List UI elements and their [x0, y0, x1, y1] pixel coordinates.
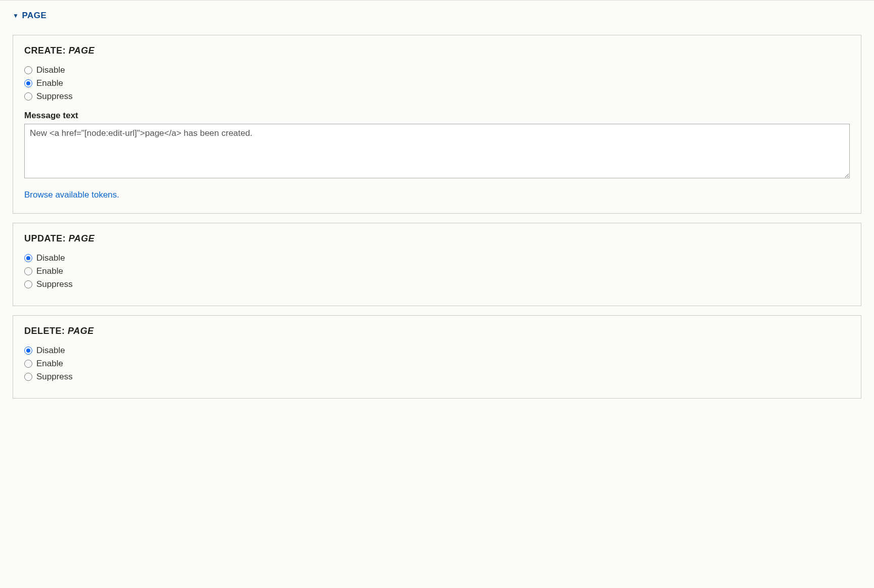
radio-label-delete-suppress[interactable]: Suppress [36, 372, 73, 382]
legend-update: UPDATE: PAGE [24, 233, 850, 244]
radio-update-suppress[interactable] [24, 280, 32, 288]
radio-delete-enable[interactable] [24, 360, 32, 368]
section-title: PAGE [22, 11, 46, 21]
radio-delete-suppress[interactable] [24, 373, 32, 381]
browse-tokens-link[interactable]: Browse available tokens. [24, 190, 119, 200]
fieldset-delete: DELETE: PAGE Disable Enable Suppress [13, 315, 861, 399]
radio-label-create-suppress[interactable]: Suppress [36, 91, 73, 102]
radio-delete-disable[interactable] [24, 347, 32, 355]
legend-create: CREATE: PAGE [24, 45, 850, 56]
radio-update-enable[interactable] [24, 267, 32, 275]
radio-label-delete-disable[interactable]: Disable [36, 346, 65, 356]
radio-label-create-disable[interactable]: Disable [36, 65, 65, 75]
legend-delete: DELETE: PAGE [24, 326, 850, 336]
message-text-label: Message text [24, 111, 850, 121]
radio-label-update-disable[interactable]: Disable [36, 253, 65, 263]
radio-label-delete-enable[interactable]: Enable [36, 359, 63, 369]
radio-create-enable[interactable] [24, 79, 32, 87]
section-toggle-page[interactable]: ▼ PAGE [13, 11, 861, 21]
radio-label-update-enable[interactable]: Enable [36, 266, 63, 276]
message-text-input-create[interactable] [24, 124, 850, 178]
radio-create-disable[interactable] [24, 66, 32, 74]
radio-label-update-suppress[interactable]: Suppress [36, 279, 73, 289]
radio-label-create-enable[interactable]: Enable [36, 78, 63, 88]
radio-create-suppress[interactable] [24, 92, 32, 101]
fieldset-update: UPDATE: PAGE Disable Enable Suppress [13, 223, 861, 306]
radio-update-disable[interactable] [24, 254, 32, 262]
fieldset-create: CREATE: PAGE Disable Enable Suppress Mes… [13, 35, 861, 214]
caret-down-icon: ▼ [13, 13, 19, 19]
